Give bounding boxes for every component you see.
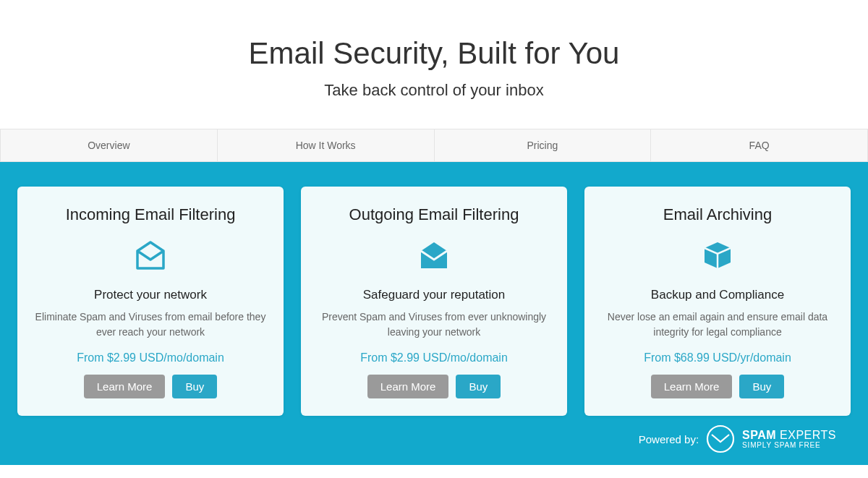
envelope-filled-icon (317, 234, 551, 276)
card-subtitle: Safeguard your reputation (317, 288, 551, 302)
buy-button[interactable]: Buy (172, 375, 217, 398)
content-section: Incoming Email Filtering Protect your ne… (0, 162, 868, 465)
card-buttons: Learn More Buy (600, 375, 835, 398)
card-description: Never lose an email again and ensure ema… (600, 310, 835, 340)
spam-experts-logo: SPAM EXPERTS SIMPLY SPAM FREE (706, 424, 836, 453)
tab-overview[interactable]: Overview (0, 129, 217, 161)
learn-more-button[interactable]: Learn More (84, 375, 166, 398)
buy-button[interactable]: Buy (739, 375, 784, 398)
powered-by-label: Powered by: (639, 433, 699, 445)
card-subtitle: Backup and Compliance (600, 288, 835, 302)
card-description: Prevent Spam and Viruses from ever unkno… (317, 310, 551, 340)
learn-more-button[interactable]: Learn More (367, 375, 449, 398)
logo-text: SPAM EXPERTS SIMPLY SPAM FREE (742, 429, 836, 450)
svg-point-0 (707, 426, 733, 452)
card-outgoing-filtering: Outgoing Email Filtering Safeguard your … (301, 187, 567, 416)
brand-name: SPAM EXPERTS (742, 429, 836, 442)
card-title: Outgoing Email Filtering (317, 205, 551, 224)
hero-subtitle: Take back control of your inbox (14, 81, 854, 100)
card-buttons: Learn More Buy (317, 375, 551, 398)
card-email-archiving: Email Archiving Backup and Compliance Ne… (584, 187, 851, 416)
tab-how-it-works[interactable]: How It Works (217, 129, 434, 161)
card-subtitle: Protect your network (33, 288, 268, 302)
card-price: From $2.99 USD/mo/domain (33, 351, 268, 364)
card-title: Incoming Email Filtering (33, 205, 268, 224)
buy-button[interactable]: Buy (456, 375, 501, 398)
learn-more-button[interactable]: Learn More (651, 375, 733, 398)
tab-faq[interactable]: FAQ (650, 129, 868, 161)
card-incoming-filtering: Incoming Email Filtering Protect your ne… (17, 187, 284, 416)
brand-tagline: SIMPLY SPAM FREE (742, 441, 836, 449)
card-title: Email Archiving (600, 205, 835, 224)
tab-pricing[interactable]: Pricing (434, 129, 651, 161)
card-price: From $2.99 USD/mo/domain (317, 351, 551, 364)
card-price: From $68.99 USD/yr/domain (600, 351, 835, 364)
hero-title: Email Security, Built for You (14, 36, 854, 71)
hero-section: Email Security, Built for You Take back … (0, 0, 868, 129)
card-description: Eliminate Spam and Viruses from email be… (33, 310, 268, 340)
envelope-open-outline-icon (33, 234, 268, 276)
box-cube-icon (600, 234, 835, 276)
footer-section: Powered by: SPAM EXPERTS SIMPLY SPAM FRE… (17, 416, 851, 455)
envelope-circle-icon (706, 424, 735, 453)
cards-row: Incoming Email Filtering Protect your ne… (17, 187, 851, 416)
tab-nav: Overview How It Works Pricing FAQ (0, 129, 868, 162)
card-buttons: Learn More Buy (33, 375, 268, 398)
